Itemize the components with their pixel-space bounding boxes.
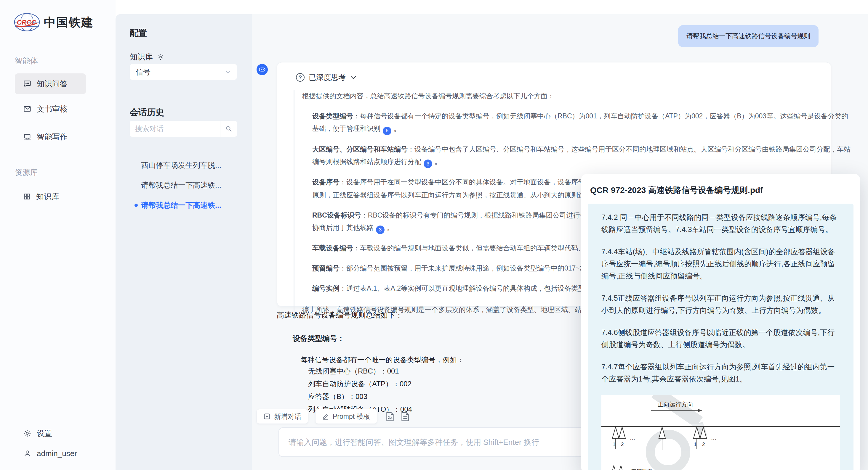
think-question-icon: ? bbox=[296, 73, 305, 82]
history-item-label: 西山停车场发生列车脱... bbox=[141, 160, 221, 170]
history-item[interactable]: 西山停车场发生列车脱... bbox=[130, 156, 237, 175]
chat-bubble-icon bbox=[23, 79, 31, 88]
user-message-text: 请帮我总结一下高速铁路信号设备编号规则 bbox=[686, 32, 810, 40]
svg-text:...: ... bbox=[711, 434, 716, 442]
config-panel: 配置 知识库 信号 会话历史 搜索对话 西山停车场发生列车脱... 请帮我总结一… bbox=[116, 14, 252, 470]
citation-badge[interactable]: 3 bbox=[376, 226, 384, 234]
new-chat-button[interactable]: 新增对话 bbox=[256, 409, 308, 424]
pdf-paragraph: 7.4.6侧线股道应答器组设备序号以临近正线的第一个股道依次编号,下行侧股道编号… bbox=[601, 327, 840, 351]
crcc-globe-icon: CRCC bbox=[13, 12, 40, 32]
pdf-title: QCR 972-2023 高速铁路信号设备编号规则.pdf bbox=[590, 185, 854, 196]
brand-logo: CRCC 中国铁建 bbox=[13, 12, 94, 32]
active-dot bbox=[134, 204, 138, 207]
prompt-template-label: Prompt 模板 bbox=[333, 412, 370, 421]
pdf-paragraph: 7.4.7每个应答器组以列车正向运行方向为参照,列车首先经过的组内第一个应答器为… bbox=[601, 361, 840, 385]
assistant-final-answer: 高速铁路信号设备编号规则总结如下： 设备类型编号： 每种信号设备都有一个唯一的设… bbox=[277, 310, 464, 415]
settings-label: 设置 bbox=[37, 428, 52, 439]
direction-label: 正向运行方向 bbox=[658, 401, 693, 408]
answer-description: 每种信号设备都有一个唯一的设备类型编号，例如： bbox=[300, 355, 464, 365]
pdf-paragraph: 7.4.2 同一中心用于不同线路的同一类型设备应按线路逐条顺序编号,每条线路应适… bbox=[601, 211, 840, 236]
deep-think-label: 已深度思考 bbox=[309, 72, 346, 82]
user-icon bbox=[23, 449, 31, 458]
sidebar-item-smart-writing[interactable]: 智能写作 bbox=[15, 127, 86, 146]
svg-text:2: 2 bbox=[621, 442, 624, 447]
robot-icon bbox=[258, 66, 266, 73]
knowledge-base-select[interactable]: 信号 bbox=[130, 64, 237, 80]
sidebar-item-label: 知识库 bbox=[36, 192, 59, 202]
pencil-icon bbox=[322, 413, 329, 420]
sidebar-item-knowledge-base[interactable]: 知识库 bbox=[15, 187, 86, 206]
config-title: 配置 bbox=[130, 27, 147, 39]
arrow-head bbox=[698, 409, 702, 412]
sidebar-item-doc-review[interactable]: 文书审核 bbox=[15, 99, 86, 119]
pdf-preview-panel: QCR 972-2023 高速铁路信号设备编号规则.pdf 7.4.2 同一中心… bbox=[581, 174, 860, 470]
upload-document-icon[interactable] bbox=[401, 412, 409, 422]
sidebar: CRCC 中国铁建 智能体 知识问答 文书审核 智能写作 资源库 知识库 bbox=[0, 0, 116, 470]
thought-intro: 根据提供的文档内容，总结高速铁路信号设备编号规则需要综合考虑以下几个方面： bbox=[302, 90, 815, 102]
brand-name: 中国铁建 bbox=[44, 14, 94, 31]
pdf-paragraph: 7.4.4车站(场)、中继站及线路所管辖范围内(含区间)的全部应答器组设备序号应… bbox=[601, 246, 840, 282]
plus-square-icon bbox=[264, 413, 271, 420]
user-message-bubble: 请帮我总结一下高速铁路信号设备编号规则 bbox=[678, 25, 818, 47]
answer-list-item: 应答器（B）：003 bbox=[308, 390, 464, 403]
grid-icon bbox=[23, 193, 31, 200]
sidebar-item-label: 文书审核 bbox=[37, 104, 67, 114]
pdf-content[interactable]: 7.4.2 同一中心用于不同线路的同一类型设备应按线路逐条顺序编号,每条线路应适… bbox=[588, 204, 854, 470]
sidebar-item-label: 智能写作 bbox=[37, 132, 67, 142]
search-placeholder: 搜索对话 bbox=[130, 124, 220, 133]
answer-heading: 高速铁路信号设备编号规则总结如下： bbox=[277, 310, 464, 320]
pdf-paragraph: 7.4.5正线应答器组设备序号以列车正向运行方向为参照,按正线贯通、从小到大的原… bbox=[601, 292, 840, 316]
thought-point: 大区编号、分区编号和车站编号：设备编号中包含了大区编号、分区编号和车站编号，这些… bbox=[312, 143, 815, 168]
kb-settings-gear-icon[interactable] bbox=[157, 54, 164, 61]
envelope-icon bbox=[23, 105, 31, 113]
thought-point: 设备类型编号：每种信号设备都有一个特定的设备类型编号，例如无线闭塞中心（RBC）… bbox=[312, 110, 815, 135]
composer-toolbar: 新增对话 Prompt 模板 bbox=[256, 409, 409, 424]
chevron-down-icon bbox=[350, 74, 357, 81]
chevron-down-icon bbox=[224, 69, 231, 75]
svg-text:1: 1 bbox=[694, 442, 696, 447]
citation-badge[interactable]: 3 bbox=[424, 160, 432, 168]
answer-list-item: 列车自动防护设备（ATP）：002 bbox=[308, 377, 464, 390]
sidebar-section-resources: 资源库 bbox=[15, 167, 38, 177]
svg-text:...: ... bbox=[630, 434, 635, 442]
deep-think-toggle[interactable]: ? 已深度思考 bbox=[296, 72, 357, 82]
sidebar-item-knowledge-qa[interactable]: 知识问答 bbox=[15, 73, 86, 94]
gear-icon bbox=[23, 429, 31, 437]
crcc-logo-text: CRCC bbox=[17, 19, 36, 26]
history-item[interactable]: 请帮我总结一下高速铁... bbox=[130, 175, 237, 195]
svg-text:2: 2 bbox=[702, 442, 705, 447]
history-item-label: 请帮我总结一下高速铁... bbox=[141, 200, 221, 210]
new-chat-label: 新增对话 bbox=[274, 412, 301, 421]
pdf-figure-balise-diagram: 正向运行方向 12 12 ... bbox=[601, 395, 840, 470]
username: admin_user bbox=[37, 449, 77, 458]
prompt-template-button[interactable]: Prompt 模板 bbox=[315, 409, 377, 424]
user-account[interactable]: admin_user bbox=[15, 444, 86, 463]
kb-selected-value: 信号 bbox=[136, 67, 151, 77]
kb-label: 知识库 bbox=[130, 52, 153, 62]
answer-list-item: 无线闭塞中心（RBC）：001 bbox=[308, 365, 464, 377]
citation-badge[interactable]: 6 bbox=[383, 127, 391, 135]
search-icon[interactable] bbox=[220, 125, 237, 132]
assistant-avatar bbox=[256, 64, 268, 75]
window-top-divider bbox=[0, 2, 868, 2]
laptop-icon bbox=[23, 133, 31, 141]
history-title: 会话历史 bbox=[130, 106, 164, 119]
answer-subheading: 设备类型编号： bbox=[293, 334, 464, 343]
svg-text:1: 1 bbox=[613, 442, 615, 447]
settings-button[interactable]: 设置 bbox=[15, 424, 86, 443]
sidebar-section-agents: 智能体 bbox=[15, 56, 38, 66]
conversation-search[interactable]: 搜索对话 bbox=[130, 121, 237, 137]
history-item-label: 请帮我总结一下高速铁... bbox=[141, 180, 221, 190]
input-placeholder: 请输入问题，进行智能问答、图文理解等多种任务，使用 Shift+Enter 换行 bbox=[279, 437, 539, 447]
legend-title: 应答器组 bbox=[631, 469, 652, 470]
upload-image-icon[interactable] bbox=[386, 412, 394, 422]
history-item-active[interactable]: 请帮我总结一下高速铁... bbox=[130, 196, 237, 214]
sidebar-item-label: 知识问答 bbox=[37, 79, 67, 89]
